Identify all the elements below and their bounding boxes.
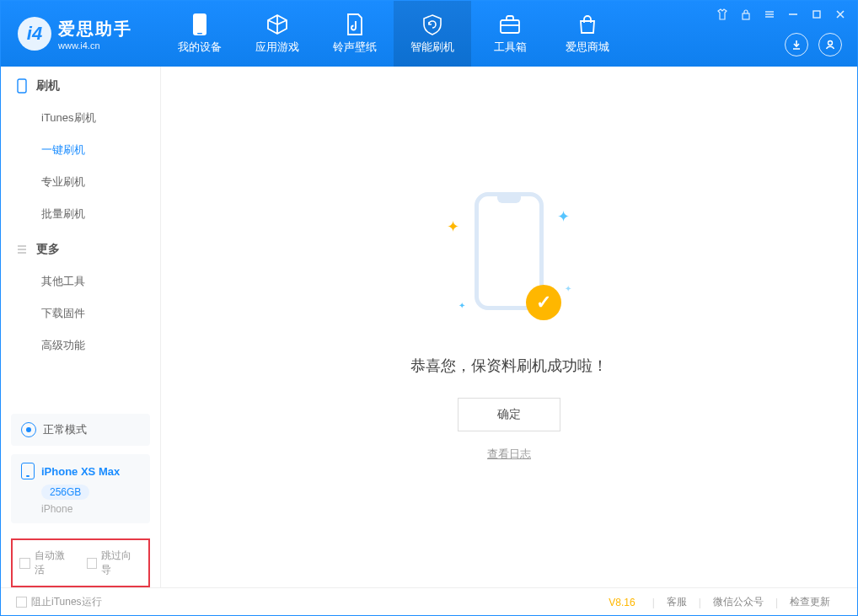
- sidebar-item-itunes-flash[interactable]: iTunes刷机: [1, 102, 160, 134]
- svg-rect-1: [197, 33, 202, 35]
- sidebar-item-pro-flash[interactable]: 专业刷机: [1, 166, 160, 198]
- nav-tabs: 我的设备 应用游戏 铃声壁纸 智能刷机 工具箱: [161, 1, 626, 67]
- svg-rect-13: [18, 79, 26, 93]
- tab-apps[interactable]: 应用游戏: [239, 1, 316, 67]
- bag-icon: [576, 13, 599, 36]
- main-content: ✦ ✦ ✦ ✦ ✓ 恭喜您，保资料刷机成功啦！ 确定 查看日志: [161, 67, 857, 587]
- tab-store[interactable]: 爱思商城: [549, 1, 626, 67]
- menu-icon[interactable]: [763, 8, 776, 21]
- status-mode-box[interactable]: 正常模式: [11, 414, 150, 446]
- sidebar: 刷机 iTunes刷机 一键刷机 专业刷机 批量刷机 更多 其他工具 下载固件 …: [1, 67, 161, 587]
- minimize-button[interactable]: [786, 8, 800, 21]
- device-phone-icon: [21, 463, 35, 479]
- maximize-button[interactable]: [810, 8, 823, 21]
- app-logo-icon: i4: [18, 17, 51, 51]
- logo-area: i4 爱思助手 www.i4.cn: [1, 17, 161, 51]
- support-link[interactable]: 客服: [655, 595, 699, 609]
- success-illustration: ✦ ✦ ✦ ✦ ✓: [433, 192, 585, 335]
- body-area: 刷机 iTunes刷机 一键刷机 专业刷机 批量刷机 更多 其他工具 下载固件 …: [1, 67, 857, 587]
- sparkle-icon: ✦: [458, 301, 465, 310]
- checkbox-auto-activate[interactable]: 自动激活: [19, 549, 75, 577]
- check-update-link[interactable]: 检查更新: [778, 595, 842, 609]
- device-name: iPhone XS Max: [41, 465, 120, 478]
- app-header: i4 爱思助手 www.i4.cn 我的设备 应用游戏 铃声壁纸: [1, 1, 857, 67]
- cube-icon: [265, 13, 289, 36]
- section-more: 更多: [1, 230, 160, 265]
- header-action-icons: [785, 33, 842, 56]
- tab-toolbox[interactable]: 工具箱: [471, 1, 549, 67]
- briefcase-icon: [498, 13, 522, 36]
- checkbox-icon: [16, 597, 27, 608]
- highlighted-checkbox-row: 自动激活 跳过向导: [11, 538, 150, 587]
- download-icon[interactable]: [785, 33, 808, 56]
- sparkle-icon: ✦: [447, 217, 459, 236]
- checkmark-badge-icon: ✓: [526, 285, 561, 320]
- window-controls: [716, 8, 847, 21]
- refresh-shield-icon: [421, 13, 444, 36]
- sidebar-item-download-firmware[interactable]: 下载固件: [1, 297, 160, 329]
- svg-point-12: [829, 41, 833, 46]
- checkbox-icon: [19, 558, 30, 569]
- sidebar-item-oneclick-flash[interactable]: 一键刷机: [1, 134, 160, 166]
- app-url: www.i4.cn: [58, 40, 132, 51]
- success-message: 恭喜您，保资料刷机成功啦！: [410, 356, 608, 376]
- status-mode-label: 正常模式: [43, 422, 87, 437]
- music-file-icon: [343, 13, 367, 36]
- device-info-box[interactable]: iPhone XS Max 256GB iPhone: [11, 454, 150, 523]
- close-button[interactable]: [834, 8, 847, 21]
- sidebar-item-other-tools[interactable]: 其他工具: [1, 265, 160, 297]
- lock-icon[interactable]: [739, 8, 753, 21]
- sidebar-item-advanced[interactable]: 高级功能: [1, 329, 160, 362]
- sparkle-icon: ✦: [557, 207, 570, 226]
- device-icon: [188, 13, 212, 36]
- status-dot-icon: [21, 422, 36, 437]
- svg-rect-2: [501, 20, 519, 33]
- confirm-button[interactable]: 确定: [458, 398, 560, 431]
- svg-rect-9: [813, 11, 820, 18]
- list-icon: [16, 244, 28, 255]
- checkbox-block-itunes[interactable]: 阻止iTunes运行: [16, 595, 102, 609]
- user-icon[interactable]: [818, 33, 842, 56]
- checkbox-icon: [87, 558, 98, 569]
- device-capacity-badge: 256GB: [41, 485, 89, 500]
- version-label: V8.16: [609, 597, 635, 608]
- tab-smart-flash[interactable]: 智能刷机: [394, 1, 471, 67]
- sidebar-item-batch-flash[interactable]: 批量刷机: [1, 198, 160, 230]
- device-type: iPhone: [41, 503, 140, 515]
- app-name: 爱思助手: [58, 18, 132, 40]
- checkbox-skip-guide[interactable]: 跳过向导: [87, 549, 142, 577]
- view-log-link[interactable]: 查看日志: [487, 447, 531, 462]
- phone-small-icon: [16, 78, 28, 94]
- shirt-icon[interactable]: [716, 8, 729, 21]
- section-flash: 刷机: [1, 67, 160, 102]
- footer: 阻止iTunes运行 V8.16 | 客服 | 微信公众号 | 检查更新: [1, 587, 857, 616]
- tab-my-device[interactable]: 我的设备: [161, 1, 239, 67]
- svg-rect-4: [743, 13, 749, 19]
- logo-text: 爱思助手 www.i4.cn: [58, 18, 132, 51]
- svg-rect-0: [193, 13, 206, 35]
- sparkle-icon: ✦: [565, 284, 571, 293]
- wechat-link[interactable]: 微信公众号: [701, 595, 775, 609]
- tab-ringtones[interactable]: 铃声壁纸: [316, 1, 394, 67]
- device-header: iPhone XS Max: [21, 463, 140, 479]
